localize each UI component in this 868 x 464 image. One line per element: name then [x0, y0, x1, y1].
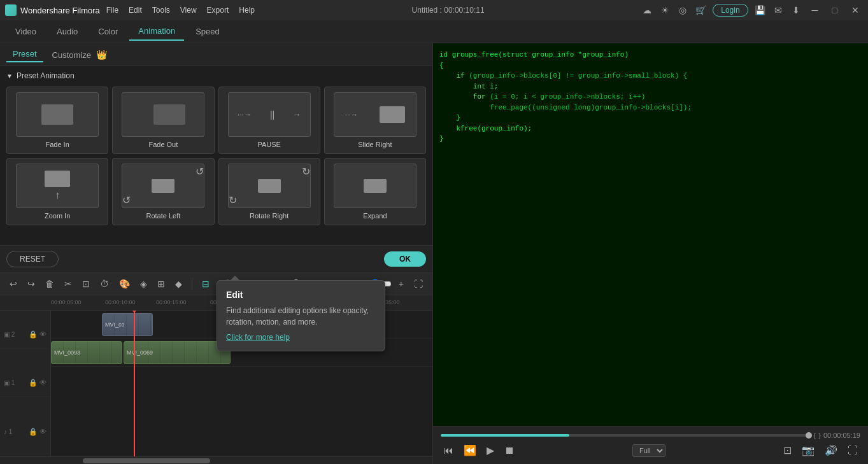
scroll-thumb[interactable] [83, 458, 210, 463]
save-icon[interactable]: 💾 [755, 4, 766, 16]
undo-button[interactable]: ↩ [6, 276, 20, 292]
animation-buttons: RESET OK [0, 245, 432, 272]
reset-button[interactable]: RESET [6, 251, 59, 267]
volume-button[interactable]: 🔊 [822, 442, 840, 459]
anim-card-rotate-right[interactable]: ↻ ↻ Rotate Right [218, 158, 320, 225]
tab-color[interactable]: Color [89, 23, 127, 40]
play-button[interactable]: ▶ [484, 442, 497, 459]
clip-v1-mvi0069[interactable]: MVI_0069 [124, 341, 231, 364]
eye-v2-icon[interactable]: 👁 [39, 330, 46, 339]
zoom-in-button[interactable]: + [395, 276, 407, 292]
crop-button[interactable]: ⊡ [79, 276, 93, 292]
anim-card-pause[interactable]: ···→ || → PAUSE [218, 87, 320, 154]
anim-thumb-pause: ···→ || → [228, 92, 311, 137]
progress-fill [441, 434, 569, 437]
cart-icon[interactable]: 🛒 [695, 4, 706, 16]
titlebar-right: ☁ ☀ ◎ 🛒 Login 💾 ✉ ⬇ ─ □ ✕ [641, 4, 863, 17]
anim-label-fade-in: Fade In [45, 141, 69, 148]
menu-view[interactable]: View [180, 6, 197, 15]
titlebar-left: Wondershare Filmora File Edit Tools View… [5, 4, 255, 16]
transform-button[interactable]: ⊞ [154, 276, 168, 292]
code-line-6: free_page((unsigned long)group_info->blo… [439, 102, 862, 113]
track-v2-controls: 🔒 👁 [29, 330, 46, 339]
progress-bar[interactable] [441, 434, 809, 437]
minimize-button[interactable]: ─ [808, 5, 822, 15]
maximize-button[interactable]: □ [829, 5, 841, 15]
zoom-rect [45, 171, 70, 187]
cloud-icon[interactable]: ☁ [641, 4, 653, 16]
app-name: Wondershare Filmora [20, 6, 100, 15]
fade-out-preview [153, 104, 185, 125]
anim-card-rotate-left[interactable]: ↺ ↺ Rotate Left [112, 158, 214, 225]
close-button[interactable]: ✕ [848, 5, 863, 15]
progress-handle[interactable] [806, 432, 812, 439]
clip-v2-mvi[interactable]: MVI_co [102, 313, 153, 336]
ok-button[interactable]: OK [384, 251, 426, 267]
anim-card-expand[interactable]: ⤢ Expand [324, 158, 426, 225]
tab-animation[interactable]: Animation [129, 22, 184, 41]
clip-v1-mvi0093[interactable]: MVI_0093 [51, 341, 122, 364]
rotate-right-rect [258, 179, 281, 193]
menu-edit[interactable]: Edit [129, 6, 142, 15]
bracket-start: { [814, 432, 816, 439]
bracket-end: } [818, 432, 821, 439]
mail-icon[interactable]: ✉ [772, 4, 784, 16]
tab-video[interactable]: Video [6, 23, 45, 40]
code-line-4: int i; [439, 81, 862, 92]
stop-button[interactable]: ⏹ [502, 442, 517, 459]
menu-export[interactable]: Export [207, 6, 229, 15]
fullscreen-preview-button[interactable]: ⛶ [845, 442, 860, 459]
support-icon[interactable]: ◎ [677, 4, 688, 16]
tooltip-description: Find additional editing options like opa… [226, 305, 376, 328]
delete-button[interactable]: 🗑 [42, 276, 57, 292]
lock-a1-icon[interactable]: 🔒 [29, 428, 38, 436]
quality-select[interactable]: Full 1/2 1/4 [632, 444, 665, 457]
step-back-button[interactable]: ⏪ [461, 442, 479, 459]
fade-in-preview [41, 104, 73, 125]
tooltip-popup: Edit Find additional editing options lik… [217, 280, 385, 351]
playhead[interactable]: ✂ [134, 311, 135, 456]
keyframe-button[interactable]: ◆ [172, 276, 185, 292]
download-icon[interactable]: ⬇ [790, 4, 802, 16]
tab-audio[interactable]: Audio [48, 23, 87, 40]
fit-button[interactable]: ⊡ [781, 442, 794, 459]
color-button[interactable]: 🎨 [116, 276, 133, 292]
code-line-1: id groups_free(struct group_info *group_… [439, 50, 862, 60]
anim-card-fade-out[interactable]: Fade Out [112, 87, 214, 154]
lock-v2-icon[interactable]: 🔒 [29, 330, 38, 339]
cut-button[interactable]: ✂ [61, 276, 75, 292]
motion-button[interactable]: ◈ [137, 276, 150, 292]
login-button[interactable]: Login [713, 4, 748, 17]
anim-label-zoom-in: Zoom In [45, 212, 70, 220]
tooltip-title: Edit [226, 290, 376, 300]
anim-card-fade-in[interactable]: Fade In [6, 87, 108, 154]
zoom-up-arrow: ↑ [55, 190, 60, 201]
redo-button[interactable]: ↪ [24, 276, 38, 292]
anim-card-zoom-in[interactable]: ↑ Zoom In [6, 158, 108, 225]
tooltip-link[interactable]: Click for more help [226, 333, 290, 342]
pause-bars: || [270, 109, 274, 120]
skip-back-button[interactable]: ⏮ [441, 442, 456, 459]
subtab-preset[interactable]: Preset [6, 46, 43, 62]
menu-bar: File Edit Tools View Export Help [106, 6, 255, 15]
eye-v1-icon[interactable]: 👁 [39, 379, 46, 387]
snapshot-button[interactable]: 📷 [799, 442, 817, 459]
tab-speed[interactable]: Speed [187, 23, 229, 40]
track-a1-controls: 🔒 👁 [29, 428, 46, 436]
menu-tools[interactable]: Tools [152, 6, 170, 15]
animation-section-header[interactable]: ▼ Preset Animation [6, 71, 426, 80]
track-a1-label-area: ♪ 1 🔒 👁 [0, 418, 50, 446]
right-panel: id groups_free(struct group_info *group_… [433, 43, 868, 464]
lock-v1-icon[interactable]: 🔒 [29, 379, 38, 387]
fullscreen-button[interactable]: ⛶ [411, 276, 426, 292]
edit-button[interactable]: ⊟ [199, 276, 213, 292]
track-v1-label-area: ▣ 1 🔒 👁 [0, 369, 50, 397]
timeline-scrollbar[interactable] [0, 456, 432, 464]
eye-a1-icon[interactable]: 👁 [39, 428, 46, 436]
menu-file[interactable]: File [106, 6, 118, 15]
menu-help[interactable]: Help [239, 6, 255, 15]
speed-button[interactable]: ⏱ [97, 276, 112, 292]
sun-icon[interactable]: ☀ [659, 4, 671, 16]
anim-label-fade-out: Fade Out [148, 141, 178, 148]
anim-card-slide-right[interactable]: ···→ Slide Right [324, 87, 426, 154]
